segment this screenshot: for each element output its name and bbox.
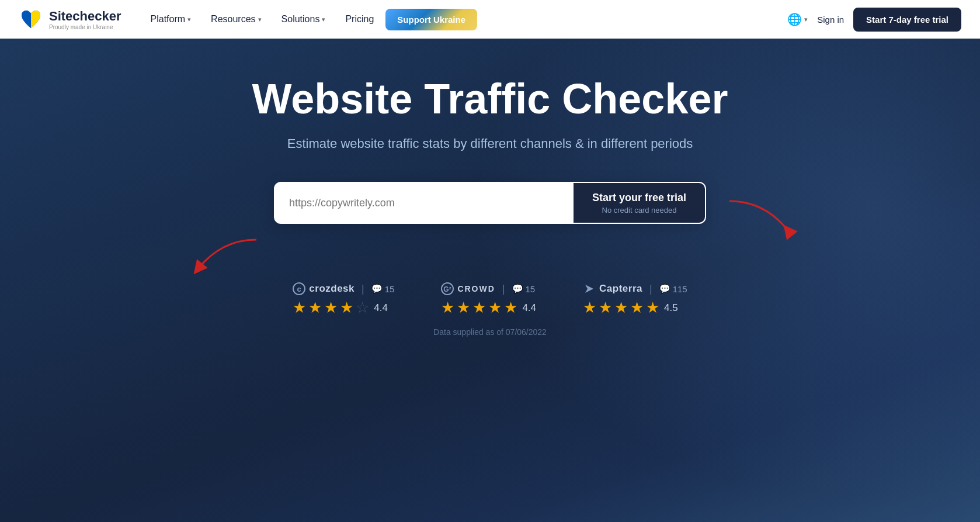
ratings-row: c crozdesk | 💬 15 ★ ★ ★ ★ ☆ 4.4 [293, 282, 687, 317]
logo[interactable]: Sitechecker Proudly made in Ukraine [19, 7, 121, 32]
g2crowd-stars: ★ ★ ★ ★ ★ 4.4 [441, 299, 536, 317]
logo-tagline: Proudly made in Ukraine [49, 24, 121, 30]
crozdesk-icon: c [293, 282, 305, 295]
hero-title: Website Traffic Checker [252, 76, 728, 122]
comment-icon: 💬 [659, 284, 670, 294]
crozdesk-header: c crozdesk | 💬 15 [293, 282, 394, 295]
capterra-logo: Capterra [583, 282, 642, 295]
rating-capterra: Capterra | 💬 115 ★ ★ ★ ★ ★ 4.5 [583, 282, 687, 317]
capterra-icon [583, 282, 596, 295]
svg-text:G²: G² [444, 285, 451, 293]
svg-marker-4 [585, 285, 593, 293]
svg-text:c: c [297, 285, 301, 293]
g2crowd-icon: G² [441, 282, 454, 295]
capterra-stars: ★ ★ ★ ★ ★ 4.5 [583, 299, 678, 317]
comment-icon: 💬 [371, 284, 383, 294]
search-btn-sub-label: No credit card needed [602, 206, 677, 215]
support-ukraine-button[interactable]: Support Ukraine [385, 9, 477, 30]
rating-g2crowd: G² CROWD | 💬 15 ★ ★ ★ ★ ★ 4.4 [441, 282, 536, 317]
hero-subtitle: Estimate website traffic stats by differ… [287, 136, 693, 151]
navbar: Sitechecker Proudly made in Ukraine Plat… [0, 0, 980, 39]
right-arrow-indicator [724, 195, 800, 242]
search-submit-button[interactable]: Start your free trial No credit card nee… [574, 183, 705, 223]
url-input[interactable] [275, 183, 574, 223]
crozdesk-stars: ★ ★ ★ ★ ☆ 4.4 [293, 299, 388, 317]
capterra-name: Capterra [599, 283, 642, 295]
crozdesk-comment: 💬 15 [371, 284, 395, 294]
capterra-header: Capterra | 💬 115 [583, 282, 687, 295]
search-btn-main-label: Start your free trial [592, 192, 686, 204]
logo-text: Sitechecker Proudly made in Ukraine [49, 9, 121, 30]
left-arrow-indicator [186, 234, 262, 281]
crozdesk-logo: c crozdesk [293, 282, 355, 295]
chevron-down-icon: ▾ [258, 16, 262, 23]
navbar-right: 🌐 ▾ Sign in Start 7-day free trial [787, 8, 961, 32]
rating-crozdesk: c crozdesk | 💬 15 ★ ★ ★ ★ ☆ 4.4 [293, 282, 394, 317]
chevron-down-icon: ▾ [187, 16, 191, 23]
navbar-left: Sitechecker Proudly made in Ukraine Plat… [19, 7, 477, 32]
nav-resources[interactable]: Resources ▾ [203, 9, 269, 29]
g2crowd-logo: G² CROWD [441, 282, 495, 295]
hero-section: Website Traffic Checker Estimate website… [0, 0, 980, 522]
start-trial-button[interactable]: Start 7-day free trial [853, 8, 961, 32]
globe-icon: 🌐 [787, 12, 802, 26]
nav-platform[interactable]: Platform ▾ [143, 9, 200, 29]
g2crowd-name: CROWD [457, 284, 495, 293]
nav-links: Platform ▾ Resources ▾ Solutions ▾ Prici… [143, 9, 477, 30]
nav-pricing[interactable]: Pricing [337, 9, 382, 29]
chevron-down-icon: ▾ [804, 16, 808, 23]
capterra-comment: 💬 115 [659, 284, 687, 294]
logo-icon [19, 7, 43, 32]
nav-solutions[interactable]: Solutions ▾ [273, 9, 334, 29]
language-button[interactable]: 🌐 ▾ [787, 12, 808, 26]
g2crowd-header: G² CROWD | 💬 15 [441, 282, 535, 295]
signin-button[interactable]: Sign in [817, 15, 844, 25]
search-bar: Start your free trial No credit card nee… [274, 182, 706, 224]
g2crowd-comment: 💬 15 [512, 284, 536, 294]
chevron-down-icon: ▾ [322, 16, 325, 23]
crozdesk-name: crozdesk [309, 283, 355, 295]
logo-name: Sitechecker [49, 9, 121, 24]
comment-icon: 💬 [512, 284, 523, 294]
data-supplied-text: Data supplied as of 07/06/2022 [433, 327, 547, 337]
